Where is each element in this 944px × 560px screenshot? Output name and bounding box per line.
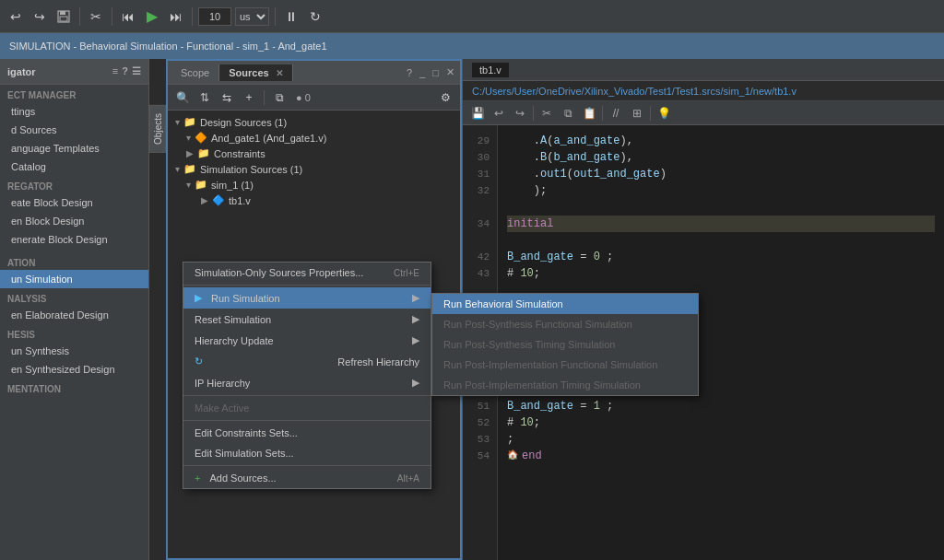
section-analysis: NALYSIS bbox=[0, 288, 148, 306]
section-synthesis: HESIS bbox=[0, 324, 148, 342]
restart-button[interactable]: ⏮ bbox=[118, 6, 138, 27]
plus-icon: + bbox=[195, 472, 200, 484]
toolbar: ↩ ↪ ✂ ⏮ ▶ ⏭ us ns ps ms ⏸ ↻ bbox=[0, 0, 944, 33]
ed-comment-btn[interactable]: // bbox=[607, 104, 625, 122]
sidebar-item-open-block[interactable]: en Block Design bbox=[0, 212, 148, 230]
tree-constraints[interactable]: ▶ 📁 Constraints bbox=[168, 146, 460, 161]
ed-undo-btn[interactable]: ↩ bbox=[490, 104, 508, 122]
ed-sep1 bbox=[533, 106, 534, 121]
sep1 bbox=[79, 7, 80, 26]
sidebar-item-open-elaborated[interactable]: en Elaborated Design bbox=[0, 306, 148, 324]
run-button[interactable]: ▶ bbox=[142, 6, 162, 27]
save-button[interactable] bbox=[53, 6, 74, 27]
sep2 bbox=[112, 7, 112, 26]
ctx-make-active: Make Active bbox=[183, 398, 431, 418]
tree-design-sources[interactable]: ▾ 📁 Design Sources (1) bbox=[168, 114, 460, 130]
sidebar-item-settings[interactable]: ttings bbox=[0, 102, 148, 121]
tab-sources[interactable]: Sources ✕ bbox=[219, 64, 292, 81]
code-line-29: .A(a_and_gate), bbox=[507, 133, 935, 149]
ctx-reset-simulation[interactable]: Reset Simulation ▶ bbox=[183, 309, 431, 330]
copy-button[interactable]: ⧉ bbox=[270, 88, 289, 107]
sidebar-icon-2[interactable]: ? bbox=[122, 65, 128, 77]
tree-sim-sub[interactable]: ▾ 📁 sim_1 (1) bbox=[168, 177, 460, 192]
sidebar-item-create-block[interactable]: eate Block Design bbox=[0, 193, 148, 212]
step-button[interactable]: ⏭ bbox=[166, 6, 186, 27]
sidebar-item-open-synthesized[interactable]: en Synthesized Design bbox=[0, 360, 148, 379]
tab-icon-max[interactable]: □ bbox=[431, 65, 441, 80]
sidebar-item-run-synthesis[interactable]: un Synthesis bbox=[0, 342, 148, 360]
undo-button[interactable]: ↩ bbox=[6, 6, 26, 27]
tree-and-gate1[interactable]: ▾ 🔶 And_gate1 (And_gate1.v) bbox=[168, 130, 460, 146]
objects-tab[interactable]: Objects bbox=[149, 105, 166, 153]
sep4 bbox=[275, 7, 276, 26]
sidebar-item-catalog[interactable]: Catalog bbox=[0, 158, 148, 176]
ed-copy-btn[interactable]: ⧉ bbox=[559, 104, 577, 122]
ctx-sep-3 bbox=[183, 420, 431, 421]
sidebar: igator ≡ ? ☰ ECT MANAGER ttings d Source… bbox=[0, 59, 149, 560]
ed-save-btn[interactable]: 💾 bbox=[468, 104, 487, 122]
ctx-sim-properties[interactable]: Simulation-Only Sources Properties... Ct… bbox=[183, 262, 431, 283]
tree-sim-file[interactable]: ▶ 🔷 tb1.v bbox=[168, 192, 460, 208]
svg-rect-1 bbox=[60, 11, 65, 15]
run-sim-icon: ▶ bbox=[195, 292, 202, 304]
settings-button[interactable]: ⚙ bbox=[436, 88, 454, 107]
ed-cut-btn[interactable]: ✂ bbox=[537, 104, 556, 122]
code-line-51: B_and_gate = 1 ; bbox=[507, 398, 935, 414]
ctx-sep-2 bbox=[183, 395, 431, 396]
search-button[interactable]: 🔍 bbox=[173, 88, 192, 107]
redo-button[interactable]: ↪ bbox=[30, 6, 50, 27]
code-line-35 bbox=[507, 232, 935, 249]
ed-bulb-btn[interactable]: 💡 bbox=[655, 104, 673, 122]
sidebar-icon-3[interactable]: ☰ bbox=[132, 65, 141, 77]
sidebar-item-run-simulation[interactable]: un Simulation bbox=[0, 270, 148, 288]
editor-tab-label[interactable]: tb1.v bbox=[472, 63, 509, 77]
section-integrator: REGATOR bbox=[0, 176, 148, 193]
ed-redo-btn[interactable]: ↪ bbox=[511, 104, 529, 122]
sub-ctx-behavioral-sim[interactable]: Run Behavioral Simulation bbox=[432, 294, 698, 314]
refresh-button[interactable]: ↻ bbox=[305, 6, 325, 27]
section-project-manager: ECT MANAGER bbox=[0, 85, 148, 102]
tab-icon-close[interactable]: ✕ bbox=[444, 64, 456, 80]
add-button[interactable]: + bbox=[240, 88, 258, 107]
tab-scope[interactable]: Scope bbox=[171, 64, 219, 81]
ctx-edit-constraints[interactable]: Edit Constraints Sets... bbox=[183, 423, 431, 443]
ed-paste-btn[interactable]: 📋 bbox=[580, 104, 598, 122]
time-unit-select[interactable]: us ns ps ms bbox=[235, 7, 269, 26]
code-line-43: # 10; bbox=[507, 265, 935, 282]
code-line-34: initial bbox=[507, 216, 935, 232]
sidebar-item-generate-block[interactable]: enerate Block Design bbox=[0, 230, 148, 249]
sidebar-item-add-sources[interactable]: d Sources bbox=[0, 121, 148, 139]
tab-icon-question[interactable]: ? bbox=[405, 65, 414, 80]
ctx-refresh-hierarchy[interactable]: ↻ Refresh Hierarchy bbox=[183, 351, 431, 372]
run-sim-arrow: ▶ bbox=[412, 292, 419, 304]
editor-tab-header: tb1.v bbox=[463, 59, 944, 81]
code-line-31: .out1(out1_and_gate) bbox=[507, 166, 935, 182]
sources-tabs-bar: Scope Sources ✕ ? _ □ ✕ bbox=[168, 61, 460, 85]
cut-button[interactable]: ✂ bbox=[86, 6, 106, 27]
tree-sim-sources[interactable]: ▾ 📁 Simulation Sources (1) bbox=[168, 161, 460, 177]
ed-sep3 bbox=[650, 106, 651, 121]
sources-tab-icons: ? _ □ ✕ bbox=[405, 64, 456, 80]
code-line-52: # 10; bbox=[507, 414, 935, 431]
ctx-edit-sim-sets[interactable]: Edit Simulation Sets... bbox=[183, 443, 431, 463]
ctx-ip-hierarchy[interactable]: IP Hierarchy ▶ bbox=[183, 372, 431, 393]
code-line-30: .B(b_and_gate), bbox=[507, 149, 935, 166]
section-simulation: ATION bbox=[0, 252, 148, 270]
ctx-hierarchy-update[interactable]: Hierarchy Update ▶ bbox=[183, 330, 431, 351]
expand-all-button[interactable]: ⇅ bbox=[195, 88, 214, 107]
sidebar-icon-1[interactable]: ≡ bbox=[112, 65, 118, 77]
sources-tab-close[interactable]: ✕ bbox=[276, 68, 283, 78]
sidebar-item-language-templates[interactable]: anguage Templates bbox=[0, 139, 148, 158]
code-line-32: ); bbox=[507, 182, 935, 199]
ctx-add-sources[interactable]: + Add Sources... Alt+A bbox=[183, 468, 431, 488]
ed-table-btn[interactable]: ⊞ bbox=[628, 104, 646, 122]
sub-ctx-post-impl-func: Run Post-Implementation Functional Simul… bbox=[432, 355, 698, 375]
stop-button[interactable]: ⏸ bbox=[281, 6, 301, 27]
tab-icon-min[interactable]: _ bbox=[418, 65, 427, 80]
context-menu: Simulation-Only Sources Properties... Ct… bbox=[183, 262, 431, 489]
sim-header-text: SIMULATION - Behavioral Simulation - Fun… bbox=[9, 41, 327, 52]
time-input[interactable] bbox=[198, 7, 231, 26]
collapse-button[interactable]: ⇆ bbox=[218, 88, 236, 107]
ctx-run-simulation[interactable]: ▶ Run Simulation ▶ bbox=[183, 287, 431, 309]
code-line-53: ; bbox=[507, 431, 935, 448]
